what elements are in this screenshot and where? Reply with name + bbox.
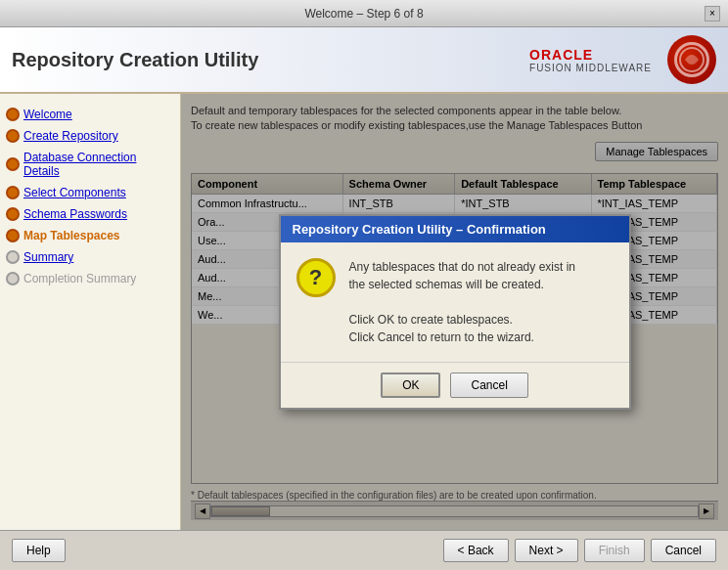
close-icon[interactable]: ×: [705, 6, 720, 22]
modal-footer: OK Cancel: [281, 362, 629, 408]
modal-title: Repository Creation Utility – Confirmati…: [281, 216, 629, 242]
question-icon: ?: [296, 258, 336, 297]
footer-nav-buttons: < Back Next > Finish Cancel: [443, 539, 716, 562]
svg-point-0: [680, 48, 704, 71]
sidebar-item-completion-summary: Completion Summary: [0, 268, 180, 289]
sidebar-item-schema-passwords[interactable]: Schema Passwords: [0, 203, 180, 225]
confirmation-dialog: Repository Creation Utility – Confirmati…: [279, 214, 631, 410]
oracle-logo: ORACLE FUSION MIDDLEWARE: [529, 35, 716, 84]
finish-button: Finish: [584, 539, 645, 562]
title-bar: Welcome – Step 6 of 8 ×: [0, 0, 728, 27]
modal-cancel-button[interactable]: Cancel: [450, 373, 527, 398]
sidebar-item-map-tablespaces[interactable]: Map Tablespaces: [0, 225, 180, 246]
back-button[interactable]: < Back: [443, 539, 509, 562]
title-bar-text: Welcome – Step 6 of 8: [304, 7, 423, 21]
next-button[interactable]: Next >: [515, 539, 578, 562]
sidebar: Welcome Create Repository Database Conne…: [0, 94, 181, 530]
modal-body: ? Any tablespaces that do not already ex…: [281, 242, 629, 362]
cancel-button[interactable]: Cancel: [651, 539, 716, 562]
modal-overlay: Repository Creation Utility – Confirmati…: [181, 94, 728, 530]
footer: Help < Back Next > Finish Cancel: [0, 530, 728, 570]
content-area: Welcome Create Repository Database Conne…: [0, 94, 728, 530]
sidebar-item-welcome[interactable]: Welcome: [0, 104, 180, 125]
oracle-icon: [667, 35, 716, 84]
sidebar-item-db-connection[interactable]: Database Connection Details: [0, 147, 180, 182]
fusion-text: FUSION MIDDLEWARE: [529, 63, 652, 73]
modal-message: Any tablespaces that do not already exis…: [349, 258, 575, 346]
help-button[interactable]: Help: [12, 539, 66, 562]
header: Repository Creation Utility ORACLE FUSIO…: [0, 27, 728, 94]
sidebar-item-create-repository[interactable]: Create Repository: [0, 125, 180, 147]
main-panel: Default and temporary tablespaces for th…: [181, 94, 728, 530]
app-title: Repository Creation Utility: [12, 49, 258, 71]
sidebar-item-summary[interactable]: Summary: [0, 246, 180, 268]
oracle-brand: ORACLE: [529, 47, 652, 63]
sidebar-item-select-components[interactable]: Select Components: [0, 182, 180, 203]
ok-button[interactable]: OK: [381, 373, 440, 398]
main-container: Repository Creation Utility ORACLE FUSIO…: [0, 27, 728, 570]
